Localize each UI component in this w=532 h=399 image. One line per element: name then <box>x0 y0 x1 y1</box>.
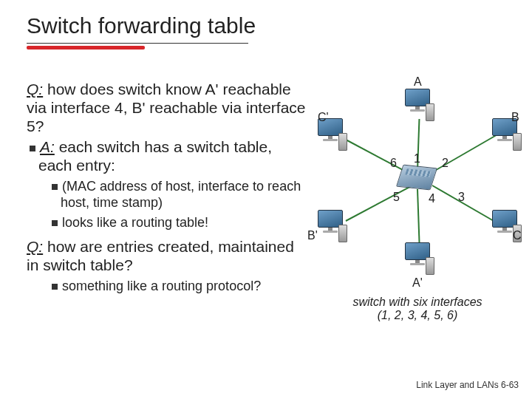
caption-line-1: switch with six interfaces <box>310 296 525 309</box>
sub-bullet-2: looks like a routing table! <box>27 215 307 231</box>
sub-bullet-1: (MAC address of host, interface to reach… <box>27 179 307 211</box>
label-a: A <box>414 75 422 89</box>
bullet-icon <box>30 146 35 151</box>
network-diagram: A B C A' B' C' 1 2 3 4 5 6 switch with s… <box>310 89 525 310</box>
label-c: C <box>513 229 522 242</box>
bullet-icon <box>52 220 58 226</box>
caption-line-2: (1, 2, 3, 4, 5, 6) <box>310 309 525 322</box>
q1-body: how does switch know A' reachable via in… <box>27 81 306 134</box>
q-label: Q: <box>27 238 43 255</box>
title-underline <box>27 43 248 47</box>
host-b-prime <box>313 210 347 242</box>
diagram-caption: switch with six interfaces (1, 2, 3, 4, … <box>310 296 525 322</box>
switch-icon <box>396 164 437 190</box>
question-1: Q: how does switch know A' reachable via… <box>27 80 307 136</box>
bullet-icon <box>52 184 58 190</box>
host-a-prime <box>400 242 434 275</box>
page-title: Switch forwarding table <box>0 0 532 38</box>
bullet-icon <box>52 284 58 290</box>
body-text: Q: how does switch know A' reachable via… <box>27 80 307 295</box>
label-a-prime: A' <box>412 276 423 290</box>
q2-body: how are entries created, maintained in s… <box>27 238 294 273</box>
a-body: each switch has a switch table, each ent… <box>38 138 272 174</box>
label-c-prime: C' <box>318 111 329 124</box>
question-2: Q: how are entries created, maintained i… <box>27 237 307 274</box>
q-label: Q: <box>27 81 43 98</box>
port-2: 2 <box>442 157 449 170</box>
label-b: B <box>511 111 519 124</box>
port-5: 5 <box>393 191 400 204</box>
port-3: 3 <box>458 191 465 204</box>
wire <box>417 189 420 248</box>
label-b-prime: B' <box>307 229 318 242</box>
sub1-text: (MAC address of host, interface to reach… <box>61 179 301 210</box>
port-4: 4 <box>429 192 435 205</box>
answer-1: A: each switch has a switch table, each … <box>27 137 307 174</box>
port-1: 1 <box>414 152 420 166</box>
port-6: 6 <box>390 157 397 170</box>
slide-footer: Link Layer and LANs 6-63 <box>416 380 519 390</box>
sub-bullet-3: something like a routing protocol? <box>27 279 307 295</box>
sub3-text: something like a routing protocol? <box>62 279 261 293</box>
host-a <box>400 89 434 121</box>
a-label: A: <box>40 138 55 155</box>
wire <box>346 185 412 222</box>
sub2-text: looks like a routing table! <box>62 215 208 230</box>
